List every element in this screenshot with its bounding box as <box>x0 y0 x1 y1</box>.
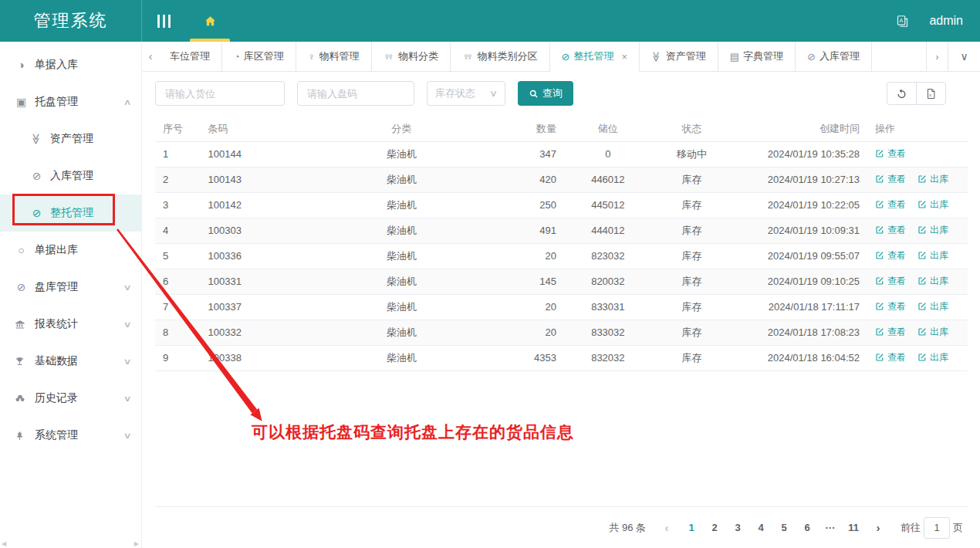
sidebar-item-label: 整托管理 <box>50 206 93 220</box>
cell-创建时间: 2024/01/18 16:04:52 <box>732 345 867 370</box>
table-toolbar: x <box>887 82 946 105</box>
sidebar-item-报表统计[interactable]: 报表统计∨ <box>0 306 141 343</box>
action-label: 出库 <box>930 300 948 313</box>
tab-dropdown-icon[interactable]: ∨ <box>948 42 980 72</box>
sidebar-item-历史记录[interactable]: 历史记录∨ <box>0 380 141 417</box>
sidebar-item-托盘管理[interactable]: ▣托盘管理∧ <box>0 83 141 120</box>
scroll-left-icon[interactable]: ◀ <box>2 540 6 547</box>
action-label: 出库 <box>930 224 948 237</box>
location-input[interactable] <box>155 81 285 106</box>
action-查看[interactable]: 查看 <box>875 326 906 339</box>
tab-物料分类[interactable]: ♀♀物料分类 <box>372 42 451 72</box>
tab-物料管理[interactable]: ♀物料管理 <box>296 42 372 72</box>
page-number-2[interactable]: 2 <box>703 522 726 533</box>
stock-status-select[interactable]: 库存状态 ∨ <box>427 81 505 106</box>
binoculars-icon <box>15 393 28 404</box>
bank-icon <box>15 319 28 330</box>
action-出库[interactable]: 出库 <box>917 351 948 364</box>
cell-序号: 7 <box>155 294 200 320</box>
tab-scroll-right[interactable]: › <box>926 42 948 72</box>
cell-条码: 100143 <box>200 167 312 192</box>
pallet-code-input[interactable] <box>297 81 414 106</box>
page-ellipsis[interactable]: ··· <box>819 522 842 533</box>
cell-序号: 6 <box>155 269 200 294</box>
tab-物料类别分区[interactable]: ♀♀物料类别分区 <box>451 42 550 72</box>
tab-scroll-left[interactable]: ‹ <box>143 42 158 72</box>
cell-状态: 库存 <box>652 269 732 294</box>
action-查看[interactable]: 查看 <box>875 224 906 237</box>
cell-操作: 查看出库 <box>867 294 968 320</box>
action-出库[interactable]: 出库 <box>917 249 948 262</box>
page-number-3[interactable]: 3 <box>726 522 749 533</box>
home-tab[interactable] <box>189 0 231 42</box>
action-查看[interactable]: 查看 <box>875 249 906 262</box>
tab-整托管理[interactable]: ⊘整托管理× <box>550 42 640 72</box>
sidebar-item-单据出库[interactable]: ○单据出库 <box>0 232 141 269</box>
tab-库区管理[interactable]: ◔库区管理 <box>222 42 296 72</box>
action-查看[interactable]: 查看 <box>875 198 906 211</box>
action-出库[interactable]: 出库 <box>917 300 948 313</box>
tab-入库管理[interactable]: ⊘入库管理 <box>796 42 872 72</box>
menu-collapse-icon[interactable] <box>157 15 171 28</box>
table-header-row: 序号条码分类数量储位状态创建时间操作 <box>155 117 968 141</box>
column-header-创建时间: 创建时间 <box>732 117 867 141</box>
action-出库[interactable]: 出库 <box>917 326 948 339</box>
edit-icon <box>875 353 884 362</box>
tab-资产管理[interactable]: ≫资产管理 <box>640 42 718 72</box>
action-查看[interactable]: 查看 <box>875 351 906 364</box>
page-number-11[interactable]: 11 <box>842 522 865 533</box>
refresh-icon[interactable] <box>887 82 917 105</box>
app-header: 管理系统 A admin <box>0 0 980 42</box>
goto-page-input[interactable] <box>924 517 950 539</box>
sidebar-scrollbar[interactable]: ◀ ▶ <box>2 540 139 547</box>
sidebar-item-系统管理[interactable]: 系统管理∨ <box>0 417 141 454</box>
circle-slash-icon: ⊘ <box>30 208 43 218</box>
excel-export-icon[interactable]: x <box>916 82 946 105</box>
tab-label: 物料管理 <box>319 49 360 63</box>
action-查看[interactable]: 查看 <box>875 300 906 313</box>
cell-序号: 4 <box>155 218 200 243</box>
sidebar-item-单据入库[interactable]: ◑单据入库 <box>0 46 141 83</box>
tag-icon: ♀ <box>308 52 316 62</box>
sidebar-item-整托管理[interactable]: ⊘整托管理 <box>0 195 141 232</box>
edit-icon <box>875 251 884 260</box>
page-number-1[interactable]: 1 <box>680 522 703 533</box>
cell-数量: 347 <box>491 141 564 167</box>
cell-数量: 491 <box>491 218 564 243</box>
sidebar-item-label: 托盘管理 <box>35 95 78 109</box>
page-number-4[interactable]: 4 <box>749 522 772 533</box>
action-出库[interactable]: 出库 <box>917 224 948 237</box>
table-row: 7100337柴油机20833031库存2024/01/18 17:11:17查… <box>155 294 968 320</box>
tab-close-icon[interactable]: × <box>622 52 628 62</box>
query-button[interactable]: 查询 <box>518 81 573 106</box>
page-number-6[interactable]: 6 <box>796 522 819 533</box>
next-page-icon[interactable]: › <box>868 521 888 534</box>
action-出库[interactable]: 出库 <box>917 198 948 211</box>
action-查看[interactable]: 查看 <box>875 275 906 288</box>
action-出库[interactable]: 出库 <box>917 173 948 186</box>
action-查看[interactable]: 查看 <box>875 147 906 161</box>
cell-状态: 库存 <box>652 320 732 345</box>
cell-数量: 250 <box>491 192 564 218</box>
action-出库[interactable]: 出库 <box>917 275 948 288</box>
page-number-5[interactable]: 5 <box>772 522 796 533</box>
cell-状态: 库存 <box>652 192 732 218</box>
cell-创建时间: 2024/01/19 09:55:07 <box>732 243 867 269</box>
sidebar-item-盘库管理[interactable]: ⊘盘库管理∨ <box>0 269 141 306</box>
cell-储位: 444012 <box>564 218 652 243</box>
current-user[interactable]: admin <box>929 14 963 28</box>
column-header-序号: 序号 <box>155 117 200 141</box>
cell-分类: 柴油机 <box>313 243 491 269</box>
cell-条码: 100303 <box>200 218 312 243</box>
action-查看[interactable]: 查看 <box>875 173 906 186</box>
tab-车位管理[interactable]: 车位管理 <box>158 42 222 72</box>
tab-字典管理[interactable]: ▤字典管理 <box>718 42 796 72</box>
circle-slash-icon: ⊘ <box>30 171 43 181</box>
scroll-right-icon[interactable]: ▶ <box>134 540 139 547</box>
prev-page-icon[interactable]: ‹ <box>657 521 677 534</box>
goto-label: 前往 <box>901 521 921 535</box>
sidebar-item-资产管理[interactable]: ≫资产管理 <box>0 120 141 157</box>
sidebar-item-入库管理[interactable]: ⊘入库管理 <box>0 157 141 195</box>
language-icon[interactable]: A <box>896 15 909 28</box>
sidebar-item-基础数据[interactable]: 基础数据∨ <box>0 343 141 380</box>
